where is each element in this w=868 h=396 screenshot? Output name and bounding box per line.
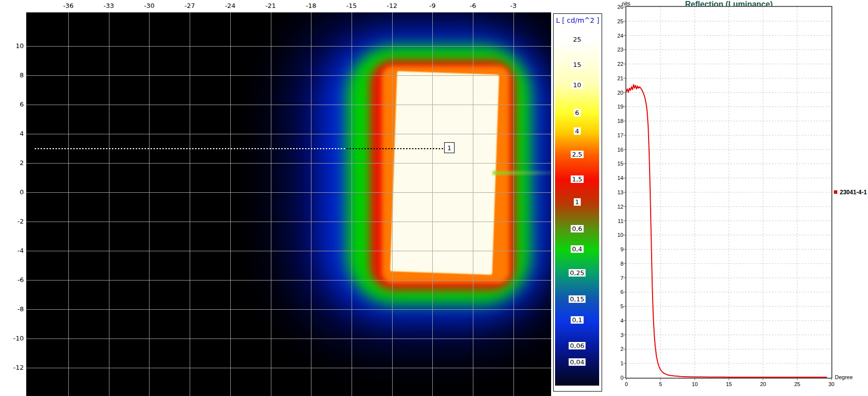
heatmap-x-tick-label: -24	[218, 2, 243, 9]
legend-series-swatch	[834, 190, 837, 194]
heatmap-gridline-h	[26, 339, 551, 339]
chart-y-tick-label: 0	[604, 375, 623, 381]
chart-y-tick-label: 13	[604, 189, 623, 195]
heatmap-gridline-v	[230, 12, 231, 396]
chart-y-tick-label: 24	[604, 33, 623, 39]
heatmap-y-tick-label: 0	[0, 188, 24, 196]
chart-x-tick-label: 15	[719, 381, 739, 387]
heatmap-white-core	[390, 71, 499, 275]
chart-y-tick-label: 8	[604, 261, 623, 267]
chart-y-tick-label: 17	[604, 132, 623, 138]
colorbar-tick-label: 4	[573, 127, 580, 135]
heatmap-gridline-v	[190, 12, 190, 396]
heatmap-x-tick-label: -3	[501, 2, 526, 9]
colorbar-tick-label: 10	[571, 81, 583, 89]
heatmap-leak-streak	[493, 171, 551, 175]
chart-y-tick-label: 5	[604, 303, 623, 309]
chart-y-tick-label: 3	[604, 332, 623, 338]
heatmap-white-core-center	[393, 74, 497, 273]
heatmap-y-tick-label: 4	[0, 130, 24, 137]
colorbar-tick-label: 1,5	[570, 175, 584, 183]
heatmap-x-tick-label: -12	[380, 2, 405, 9]
heatmap-gridline-h	[26, 368, 551, 368]
colorbar-tick-label: 15	[571, 61, 583, 68]
colorbar-tick-label: 0,15	[568, 295, 586, 303]
colorbar-tick-label: 0,06	[568, 342, 586, 349]
colorbar-title: L [ cd/m^2 ]	[554, 16, 602, 24]
heatmap-x-tick-label: -27	[177, 2, 202, 9]
heatmap-y-tick-label: -4	[0, 247, 24, 254]
heatmap-x-tick-label: -36	[56, 2, 81, 9]
colorbar-tick-label: 25	[571, 36, 583, 43]
chart-y-tick-label: 15	[604, 161, 623, 167]
heatmap-y-tick-label: -6	[0, 276, 24, 283]
chart-y-tick-label: 11	[604, 218, 623, 224]
heatmap-y-tick-label: 8	[0, 71, 24, 79]
heatmap-y-tick-label: 2	[0, 159, 24, 167]
heatmap-y-tick-label: -2	[0, 218, 24, 225]
colorbar-tick-label: 0,4	[570, 245, 584, 253]
heatmap-x-tick-label: -21	[258, 2, 283, 9]
heatmap-x-tick-label: -9	[420, 2, 445, 9]
chart-y-tick-label: 20	[604, 90, 623, 96]
heatmap-gridline-v	[271, 12, 271, 396]
heatmap-gridline-v	[109, 12, 109, 396]
reflection-chart-plot[interactable]	[625, 6, 832, 379]
colorbar-tick-label: 2,5	[570, 151, 584, 158]
chart-x-tick-label: 25	[787, 381, 807, 387]
chart-y-tick-label: 25	[604, 18, 623, 24]
chart-y-tick-label: 1	[604, 360, 623, 366]
colorbar-tick-label: 0,6	[570, 225, 584, 232]
chart-y-tick-label: 22	[604, 61, 623, 67]
chart-y-tick-label: 9	[604, 246, 623, 252]
colorbar-tick-label: 0,1	[570, 316, 584, 324]
chart-y-tick-label: 14	[604, 175, 623, 181]
chart-y-tick-label: 12	[604, 204, 623, 210]
x-axis-unit-label: Degree	[835, 374, 853, 380]
chart-y-tick-label: 18	[604, 118, 623, 124]
heatmap-y-tick-label: 6	[0, 101, 24, 108]
measurement-marker-1[interactable]: 1	[444, 142, 455, 153]
heatmap-x-tick-label: -18	[299, 2, 323, 9]
chart-x-tick-label: 5	[651, 381, 670, 387]
measurement-line-right-segment	[347, 148, 444, 149]
colorbar-gradient: 251510642,51,510,60,40,250,150,10,060,04	[555, 29, 599, 386]
colorbar-tick-label: 6	[573, 109, 580, 116]
chart-y-tick-label: 26	[604, 4, 623, 10]
heatmap-plot[interactable]: 1	[26, 12, 551, 396]
chart-y-tick-label: 19	[604, 104, 623, 110]
colorbar-tick-label: 1	[573, 198, 580, 206]
colorbar-tick-label: 0,04	[568, 358, 586, 366]
chart-y-tick-label: 21	[604, 75, 623, 81]
heatmap-x-tick-label: -30	[137, 2, 161, 9]
chart-y-tick-label: 16	[604, 147, 623, 153]
heatmap-gridline-v	[68, 12, 69, 396]
chart-x-tick-label: 10	[685, 381, 705, 387]
chart-y-tick-label: 6	[604, 289, 623, 295]
heatmap-x-tick-label: -15	[339, 2, 364, 9]
chart-y-tick-label: 23	[604, 47, 623, 53]
chart-y-tick-label: 7	[604, 275, 623, 281]
chart-x-tick-label: 30	[821, 381, 841, 387]
chart-y-tick-label: 10	[604, 232, 623, 238]
luminance-colorbar: L [ cd/m^2 ] 251510642,51,510,60,40,250,…	[553, 13, 602, 392]
chart-y-tick-label: 2	[604, 346, 623, 352]
luminance-analysis-screen: 1 L [ cd/m^2 ] 251510642,51,510,60,40,25…	[0, 0, 868, 396]
reflection-curve	[626, 85, 826, 377]
heatmap-y-tick-label: 10	[0, 42, 24, 50]
measurement-line-left-segment	[35, 148, 347, 149]
heatmap-y-tick-label: -12	[0, 364, 24, 371]
legend-series-label[interactable]: 23041-4-1	[840, 189, 867, 196]
colorbar-tick-label: 0,25	[568, 269, 586, 277]
heatmap-gridline-v	[149, 12, 150, 396]
heatmap-y-tick-label: -8	[0, 305, 24, 313]
chart-y-tick-label: 4	[604, 318, 623, 324]
chart-x-tick-label: 20	[753, 381, 773, 387]
chart-x-tick-label: 0	[616, 381, 636, 387]
heatmap-x-tick-label: -6	[460, 2, 485, 9]
heatmap-y-tick-label: -10	[0, 335, 24, 342]
heatmap-x-tick-label: -33	[97, 2, 121, 9]
